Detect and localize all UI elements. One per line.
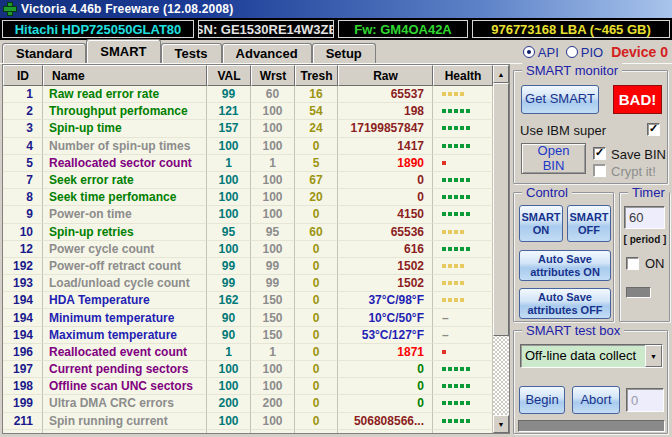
table-row[interactable]: 192Power-off retract count999901502	[3, 258, 493, 275]
tab-tests[interactable]: Tests	[161, 43, 222, 63]
timer-on-label: ON	[645, 256, 665, 271]
health-square-icon	[442, 126, 446, 130]
scroll-up-icon[interactable]: ▲	[493, 65, 509, 83]
health-square-icon	[442, 230, 446, 234]
health-square-icon	[466, 144, 470, 148]
column-header-val[interactable]: VAL	[207, 65, 251, 86]
table-row[interactable]: 193Load/unload cycle count999901502	[3, 275, 493, 292]
dropdown-arrow-icon[interactable]: ▼	[645, 345, 662, 367]
begin-button[interactable]: Begin	[519, 386, 565, 414]
health-square-icon	[460, 264, 464, 268]
table-row[interactable]: 199Ultra DMA CRC errors20020000	[3, 395, 493, 412]
table-row[interactable]: 211Spin running current1001000506808566.…	[3, 413, 493, 430]
crypt-it-checkbox[interactable]	[593, 164, 606, 177]
column-header-wrst[interactable]: Wrst	[251, 65, 295, 86]
timer-on-checkbox[interactable]	[626, 257, 639, 270]
autosave-on-button[interactable]: Auto Save attributes ON	[519, 250, 611, 281]
health-square-icon	[442, 212, 446, 216]
health-square-icon	[460, 109, 464, 113]
health-square-icon	[466, 109, 470, 113]
health-square-icon	[442, 298, 446, 302]
health-square-icon	[454, 178, 458, 182]
column-header-health[interactable]: Health	[433, 65, 493, 86]
health-indicator	[433, 155, 493, 172]
drive-capacity: 976773168 LBA (~465 GB)	[472, 20, 670, 38]
pio-radio-label: PIO	[581, 45, 603, 60]
autosave-off-button[interactable]: Auto Save attributes OFF	[519, 288, 611, 319]
table-row[interactable]: 2Throughput perfomance12110054198	[3, 103, 493, 120]
health-square-icon	[448, 92, 452, 96]
smart-attributes-table: IDNameVALWrstTreshRawHealth 1Raw read er…	[2, 64, 510, 434]
scroll-thumb[interactable]	[493, 83, 509, 336]
api-radio[interactable]	[523, 46, 535, 58]
health-indicator	[433, 189, 493, 206]
health-indicator	[433, 172, 493, 189]
scroll-down-icon[interactable]: ▼	[493, 415, 509, 433]
health-indicator	[433, 206, 493, 223]
table-row[interactable]: 212Shock during write100100053424243...	[3, 430, 493, 433]
table-row[interactable]: 196Reallocated event count1101871	[3, 344, 493, 361]
table-row[interactable]: 3Spin-up time1571002417199857847	[3, 120, 493, 137]
tab-smart[interactable]: SMART	[86, 39, 160, 63]
column-header-id[interactable]: ID	[3, 65, 43, 86]
health-square-icon	[460, 178, 464, 182]
table-row[interactable]: 12Power cycle count1001000616	[3, 241, 493, 258]
column-header-raw[interactable]: Raw	[338, 65, 433, 86]
table-row[interactable]: 194Minimum temperature90150010°C/50°F–	[3, 309, 493, 326]
save-bin-checkbox[interactable]	[593, 147, 606, 160]
table-row[interactable]: 197Current pending sectors10010000	[3, 361, 493, 378]
title-bar[interactable]: Victoria 4.46b Freeware (12.08.2008)	[0, 0, 672, 18]
crypt-it-label: Crypt it!	[611, 164, 656, 179]
health-square-icon	[442, 92, 446, 96]
smart-on-button[interactable]: SMART ON	[519, 205, 563, 242]
health-square-icon	[460, 126, 464, 130]
health-square-icon	[454, 212, 458, 216]
table-row[interactable]: 10Spin-up retries95956065536	[3, 224, 493, 241]
health-square-icon	[448, 109, 452, 113]
save-bin-label: Save BIN	[611, 147, 666, 162]
test-counter-input[interactable]	[626, 388, 664, 412]
use-ibm-checkbox[interactable]	[647, 123, 660, 136]
table-row[interactable]: 194HDA Temperature162150037°C/98°F	[3, 292, 493, 309]
table-row[interactable]: 9Power-on time10010004150	[3, 206, 493, 223]
table-row[interactable]: 194Maximum temperature90150053°C/127°F–	[3, 327, 493, 344]
table-row[interactable]: 5Reallocated sector count1151890	[3, 155, 493, 172]
health-square-icon	[454, 419, 458, 423]
smart-test-box-title: SMART test box	[522, 323, 624, 338]
table-row[interactable]: 198Offline scan UNC sectors10010000	[3, 378, 493, 395]
column-header-name[interactable]: Name	[43, 65, 207, 86]
vertical-scrollbar[interactable]: ▲ ▼	[493, 65, 509, 433]
table-row[interactable]: 4Number of spin-up times10010001417	[3, 138, 493, 155]
table-row[interactable]: 1Raw read error rate99601665537	[3, 86, 493, 103]
health-indicator: –	[433, 309, 493, 326]
health-indicator	[433, 395, 493, 412]
abort-button[interactable]: Abort	[572, 386, 620, 414]
drive-firmware: Fw: GM4OA42A	[338, 20, 468, 38]
health-indicator	[433, 86, 493, 103]
column-header-tresh[interactable]: Tresh	[295, 65, 338, 86]
drive-serial: SN: GE1530RE14W3ZE	[198, 20, 334, 38]
get-smart-button[interactable]: Get SMART	[521, 85, 599, 114]
smart-off-button[interactable]: SMART OFF	[567, 205, 611, 242]
table-row[interactable]: 8Seek time perfomance100100200	[3, 189, 493, 206]
health-square-icon	[460, 281, 464, 285]
tab-advanced[interactable]: Advanced	[222, 43, 312, 63]
health-square-icon	[454, 92, 458, 96]
table-row[interactable]: 7Seek error rate100100670	[3, 172, 493, 189]
tab-setup[interactable]: Setup	[312, 43, 376, 63]
open-bin-button[interactable]: Open BIN	[521, 143, 586, 174]
health-square-icon	[442, 195, 446, 199]
health-square-icon	[454, 195, 458, 199]
health-square-icon	[448, 281, 452, 285]
timer-period-input[interactable]	[624, 206, 665, 229]
health-square-icon	[442, 264, 446, 268]
tab-standard[interactable]: Standard	[2, 43, 86, 63]
test-type-selected: Off-line data collect	[521, 345, 645, 367]
health-square-icon	[442, 247, 446, 251]
drive-info-bar: Hitachi HDP725050GLAT80 SN: GE1530RE14W3…	[0, 18, 672, 40]
pio-radio[interactable]	[566, 46, 578, 58]
health-square-icon	[442, 350, 446, 354]
test-type-dropdown[interactable]: Off-line data collect ▼	[520, 344, 663, 368]
health-square-icon	[466, 126, 470, 130]
health-indicator	[433, 378, 493, 395]
